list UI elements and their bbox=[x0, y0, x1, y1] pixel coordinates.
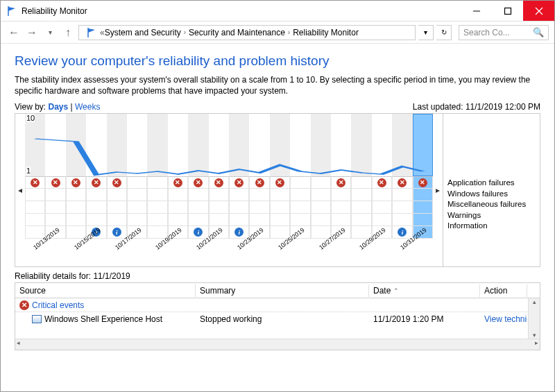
error-icon: ✕ bbox=[51, 178, 60, 187]
col-date[interactable]: Date bbox=[369, 284, 480, 297]
svg-marker-1 bbox=[8, 7, 15, 11]
legend-app-failures: Application failures bbox=[447, 178, 536, 189]
breadcrumb-item[interactable]: Reliability Monitor bbox=[293, 28, 359, 37]
up-button[interactable]: ↑ bbox=[60, 25, 76, 40]
legend-misc-failures: Miscellaneous failures bbox=[447, 199, 536, 210]
last-updated-value: 11/1/2019 12:00 PM bbox=[466, 102, 540, 112]
content: Review your computer's reliability and p… bbox=[1, 44, 554, 353]
error-icon: ✕ bbox=[234, 178, 244, 187]
col-source[interactable]: Source bbox=[15, 284, 196, 297]
window-buttons bbox=[461, 1, 554, 21]
chart-page-left[interactable]: ◂ bbox=[15, 114, 25, 266]
details-title: Reliability details for: 11/1/2019 bbox=[15, 271, 540, 281]
event-grid[interactable]: ✕✕✕✕✕✕✕✕✕✕✕✕✕✕✕iiiii bbox=[25, 176, 433, 239]
breadcrumb-item[interactable]: Security and Maintenance bbox=[189, 28, 285, 37]
breadcrumb[interactable]: « System and Security› Security and Main… bbox=[78, 25, 416, 40]
cell-summary: Stopped working bbox=[196, 313, 369, 325]
error-icon: ✕ bbox=[194, 178, 203, 187]
svg-line-4 bbox=[536, 8, 543, 15]
cell-action-link[interactable]: View technical d bbox=[480, 313, 527, 325]
error-icon: ✕ bbox=[418, 178, 427, 187]
legend-warnings: Warnings bbox=[447, 210, 536, 221]
info-icon: i bbox=[112, 228, 121, 237]
error-icon: ✕ bbox=[92, 178, 101, 187]
error-icon: ✕ bbox=[336, 178, 345, 187]
error-icon: ✕ bbox=[398, 178, 407, 187]
reliability-chart: ◂ 10 1 ✕✕✕✕✕✕✕✕✕✕✕✕✕✕✕iiiii 10/13/201910… bbox=[15, 113, 540, 267]
view-toolbar: View by: Days | Weeks Last updated: 11/1… bbox=[15, 102, 540, 112]
info-icon: i bbox=[398, 228, 407, 237]
category-label: Critical events bbox=[32, 300, 84, 310]
info-icon: i bbox=[234, 228, 244, 237]
error-icon: ✕ bbox=[377, 178, 386, 187]
minimize-button[interactable] bbox=[461, 1, 492, 21]
stability-plot[interactable]: 10 1 bbox=[25, 114, 433, 176]
page-description: The stability index assesses your system… bbox=[15, 74, 540, 96]
cell-source: Windows Shell Experience Host bbox=[44, 314, 162, 324]
view-weeks-link[interactable]: Weeks bbox=[75, 102, 100, 112]
search-input[interactable]: Search Co... 🔍 bbox=[459, 25, 549, 40]
svg-rect-3 bbox=[504, 8, 511, 14]
chart-legend: Application failures Windows failures Mi… bbox=[443, 114, 540, 266]
info-icon: i bbox=[194, 228, 203, 237]
breadcrumb-dropdown[interactable]: ▾ bbox=[418, 25, 434, 40]
view-by-label: View by: bbox=[15, 102, 46, 112]
horizontal-scrollbar[interactable] bbox=[15, 339, 540, 350]
app-icon bbox=[32, 315, 42, 323]
vertical-scrollbar[interactable] bbox=[528, 298, 540, 339]
window-title: Reliability Monitor bbox=[22, 6, 461, 16]
error-icon: ✕ bbox=[71, 178, 80, 187]
col-action[interactable]: Action bbox=[480, 284, 527, 297]
col-summary[interactable]: Summary bbox=[196, 284, 369, 297]
cell-date: 11/1/2019 1:20 PM bbox=[369, 313, 480, 325]
view-days-link[interactable]: Days bbox=[48, 102, 68, 112]
close-button[interactable] bbox=[523, 1, 554, 21]
flag-icon bbox=[86, 27, 97, 38]
legend-information: Information bbox=[447, 221, 536, 232]
legend-win-failures: Windows failures bbox=[447, 189, 536, 200]
back-button[interactable]: ← bbox=[6, 25, 22, 40]
breadcrumb-ellipsis[interactable]: « bbox=[100, 28, 105, 37]
address-bar: ← → ▾ ↑ « System and Security› Security … bbox=[1, 22, 554, 44]
error-icon: ✕ bbox=[19, 300, 29, 310]
error-icon: ✕ bbox=[31, 178, 40, 187]
page-title: Review your computer's reliability and p… bbox=[15, 53, 540, 69]
table-row[interactable]: Windows Shell Experience Host Stopped wo… bbox=[15, 312, 540, 326]
breadcrumb-item[interactable]: System and Security bbox=[105, 28, 181, 37]
svg-line-5 bbox=[536, 8, 543, 15]
details-table: Source Summary Date Action ✕ Critical ev… bbox=[15, 282, 540, 350]
maximize-button[interactable] bbox=[492, 1, 523, 21]
recent-dropdown[interactable]: ▾ bbox=[42, 25, 58, 40]
flag-icon bbox=[6, 6, 17, 17]
error-icon: ✕ bbox=[255, 178, 264, 187]
search-placeholder: Search Co... bbox=[463, 28, 510, 37]
last-updated-label: Last updated: bbox=[413, 102, 463, 112]
error-icon: ✕ bbox=[275, 178, 284, 187]
refresh-button[interactable]: ↻ bbox=[436, 25, 452, 40]
search-icon[interactable]: 🔍 bbox=[533, 27, 544, 37]
svg-marker-7 bbox=[88, 28, 95, 33]
forward-button[interactable]: → bbox=[24, 25, 40, 40]
table-header: Source Summary Date Action bbox=[15, 283, 540, 298]
title-bar: Reliability Monitor bbox=[1, 1, 554, 22]
error-icon: ✕ bbox=[173, 178, 182, 187]
date-axis: 10/13/201910/15/201910/17/201910/19/2019… bbox=[25, 239, 433, 261]
chart-page-right[interactable]: ▸ bbox=[433, 114, 443, 266]
error-icon: ✕ bbox=[214, 178, 223, 187]
category-row[interactable]: ✕ Critical events bbox=[15, 298, 527, 312]
error-icon: ✕ bbox=[112, 178, 121, 187]
